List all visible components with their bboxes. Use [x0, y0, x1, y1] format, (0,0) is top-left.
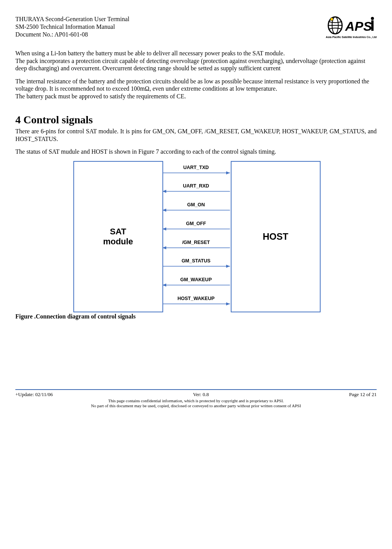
logo-subtext: Asia Pacific Satellite Industries Co., L… [326, 35, 377, 39]
arrow-left-icon [162, 283, 230, 287]
footer-rule [15, 389, 377, 390]
footer-small-1: This page contains confidential informat… [15, 398, 377, 403]
svg-marker-18 [226, 265, 230, 268]
svg-marker-14 [162, 227, 166, 231]
signal-label: /GM_RESET [162, 240, 230, 245]
body-block-1: When using a Li-Ion battery the battery … [15, 50, 377, 72]
figure-caption: Figure .Connection diagram of control si… [15, 313, 377, 320]
signal-label: GM_ON [162, 202, 230, 207]
svg-rect-5 [371, 20, 374, 31]
signal-lines: UART_TXDUART_RXDGM_ONGM_OFF/GM_RESETGM_S… [162, 161, 230, 311]
arrow-right-icon [162, 302, 230, 306]
signal-label: GM_STATUS [162, 258, 230, 264]
connection-diagram: SAT module HOST UART_TXDUART_RXDGM_ONGM_… [73, 161, 319, 311]
footer-row: +Update: 02/11/06 Ver: 0.8 Page 12 of 21 [15, 391, 377, 398]
arrow-left-icon [162, 208, 230, 212]
arrow-right-icon [162, 264, 230, 268]
host-box: HOST [231, 161, 321, 312]
paragraph: When using a Li-Ion battery the battery … [15, 50, 377, 57]
sat-label-2: module [103, 237, 133, 247]
signal-row: GM_OFF [162, 221, 230, 231]
host-label: HOST [263, 231, 288, 242]
paragraph: The internal resistance of the battery a… [15, 78, 377, 93]
signal-label: UART_RXD [162, 183, 230, 189]
footer-center: Ver: 0.8 [193, 391, 209, 398]
footer-small-2: No part of this document may be used, co… [15, 403, 377, 408]
signal-row: /GM_RESET [162, 240, 230, 250]
signal-row: GM_WAKEUP [162, 277, 230, 287]
header-line-2: SM-2500 Technical Information Manual [15, 23, 129, 31]
svg-marker-10 [162, 190, 166, 193]
section-para-1: There are 6-pins for control SAT module.… [15, 128, 377, 143]
header-line-1: THURAYA Second-Generation User Terminal [15, 15, 129, 23]
header-line-3: Document No.: AP01-601-08 [15, 31, 129, 38]
apsi-logo-icon: APS [326, 15, 376, 35]
svg-marker-12 [162, 209, 166, 212]
signal-row: GM_STATUS [162, 258, 230, 268]
footer-right: Page 12 of 21 [349, 391, 377, 398]
svg-marker-20 [162, 284, 166, 287]
footer-confidential: This page contains confidential informat… [15, 398, 377, 408]
paragraph: The pack incorporates a protection circu… [15, 57, 377, 72]
sat-label-1: SAT [110, 227, 126, 237]
page-header: THURAYA Second-Generation User Terminal … [15, 15, 377, 39]
svg-marker-8 [226, 171, 230, 174]
signal-label: HOST_WAKEUP [162, 296, 230, 301]
footer-left: +Update: 02/11/06 [15, 391, 53, 398]
signal-row: HOST_WAKEUP [162, 296, 230, 306]
svg-text:APS: APS [345, 19, 372, 33]
arrow-left-icon [162, 189, 230, 193]
body-block-2: The internal resistance of the battery a… [15, 78, 377, 100]
sat-module-box: SAT module [73, 161, 163, 312]
signal-label: UART_TXD [162, 165, 230, 170]
signal-row: UART_TXD [162, 165, 230, 175]
signal-label: GM_WAKEUP [162, 277, 230, 282]
svg-point-6 [371, 17, 374, 20]
signal-label: GM_OFF [162, 221, 230, 226]
diagram-container: SAT module HOST UART_TXDUART_RXDGM_ONGM_… [15, 161, 377, 311]
paragraph: The battery pack must be approved to sat… [15, 93, 377, 100]
arrow-right-icon [162, 171, 230, 175]
section-para-2: The status of SAT mudule and HOST is sho… [15, 148, 377, 156]
header-text: THURAYA Second-Generation User Terminal … [15, 15, 129, 38]
arrow-left-icon [162, 227, 230, 231]
svg-marker-22 [226, 302, 230, 305]
svg-marker-16 [162, 246, 166, 249]
signal-row: UART_RXD [162, 183, 230, 193]
arrow-left-icon [162, 246, 230, 250]
signal-row: GM_ON [162, 202, 230, 212]
svg-point-3 [330, 18, 333, 21]
section-heading: 4 Control signals [15, 114, 377, 126]
logo: APS Asia Pacific Satellite Industries Co… [326, 15, 377, 39]
